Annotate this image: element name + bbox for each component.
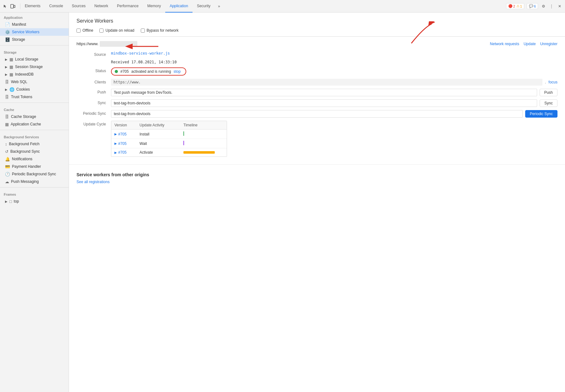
sidebar-item-background-fetch[interactable]: ↕ Background Fetch [0, 140, 69, 148]
uc-activity-activate: Activate [140, 150, 183, 155]
close-icon[interactable]: ✕ [557, 3, 562, 9]
toolbar-icon-group [3, 3, 20, 9]
sidebar-item-push-messaging[interactable]: ☁ Push Messaging [0, 178, 69, 185]
settings-icon[interactable]: ⚙ [541, 3, 546, 9]
sidebar-item-storage-main[interactable]: 🗄️ Storage [0, 36, 69, 43]
sidebar-item-service-workers[interactable]: ⚙️ Service Workers [0, 28, 69, 36]
indexeddb-icon: ▦ [9, 72, 13, 77]
sidebar-item-indexeddb[interactable]: ▶ ▦ IndexedDB [0, 71, 69, 78]
devtools-toolbar: Elements Console Sources Network Perform… [0, 0, 565, 13]
sidebar-item-application-cache[interactable]: ▦ Application Cache [0, 120, 69, 128]
timeline-dot-purple [183, 141, 184, 145]
status-dot-green [115, 70, 118, 73]
sidebar-item-top-frame[interactable]: ▶ □ top [0, 198, 69, 205]
network-requests-link[interactable]: Network requests [490, 42, 519, 46]
tab-elements[interactable]: Elements [20, 0, 45, 13]
sw-entry: https://www. Network requests Update Unr… [69, 37, 565, 165]
sync-button[interactable]: Sync [540, 99, 557, 107]
sidebar-item-session-storage[interactable]: ▶ ▦ Session Storage [0, 63, 69, 71]
sync-text-input[interactable] [111, 99, 537, 107]
source-file-link[interactable]: mindbox-services-worker.js [111, 51, 170, 56]
push-button[interactable]: Push [540, 89, 557, 96]
info-badge-group[interactable]: 💬 6 [527, 3, 538, 9]
periodic-sync-input-row: Periodic Sync [111, 110, 557, 118]
offline-checkbox[interactable] [77, 29, 81, 33]
tab-security[interactable]: Security [193, 0, 215, 13]
svg-rect-0 [11, 4, 13, 8]
uc-version-705-install[interactable]: ▶ #705 [114, 132, 140, 136]
push-label: Push [77, 89, 111, 94]
uc-version-705-wait[interactable]: ▶ #705 [114, 141, 140, 146]
update-on-reload-checkbox-label[interactable]: Update on reload [99, 28, 134, 33]
toolbar-right-actions: 🔴 2 ⚠ 1 💬 6 ⚙ ⋮ ✕ [506, 3, 562, 9]
periodic-sync-text-input[interactable] [111, 110, 523, 118]
timeline-bar-orange [183, 151, 215, 154]
sidebar-item-background-sync[interactable]: ↺ Background Sync [0, 148, 69, 155]
sync-value: Sync [111, 99, 557, 107]
warning-badge: ⚠ 1 [516, 4, 522, 8]
clients-row-inner: . focus [111, 79, 557, 86]
tab-sources[interactable]: Sources [67, 0, 90, 13]
sidebar-item-notifications[interactable]: 🔔 Notifications [0, 155, 69, 163]
cookies-icon: 🌐 [9, 87, 14, 92]
sidebar-item-cookies[interactable]: ▶ 🌐 Cookies [0, 86, 69, 93]
sidebar: Application 📄 Manifest ⚙️ Service Worker… [0, 13, 69, 392]
more-tabs-button[interactable]: » [215, 0, 223, 13]
bg-section-label: Background Services [0, 132, 69, 140]
uc-timeline-install [183, 131, 224, 137]
sidebar-item-periodic-bg-sync[interactable]: 🕐 Periodic Background Sync [0, 170, 69, 178]
update-link[interactable]: Update [524, 42, 536, 46]
push-text-input[interactable] [111, 89, 537, 96]
payment-handler-icon: 💳 [5, 164, 10, 169]
sidebar-item-manifest[interactable]: 📄 Manifest [0, 21, 69, 28]
cursor-icon[interactable] [3, 3, 8, 9]
received-value: Received 17.08.2021, 14:33:10 [111, 60, 557, 64]
device-toggle-icon[interactable] [10, 3, 16, 9]
update-cycle-table: Version Update Activity Timeline ▶ #705 … [111, 121, 227, 157]
sync-label: Sync [77, 99, 111, 105]
more-options-icon[interactable]: ⋮ [549, 3, 554, 9]
status-label: Status [77, 67, 111, 73]
sync-input-row: Sync [111, 99, 557, 107]
unregister-link[interactable]: Unregister [540, 42, 557, 46]
update-cycle-header: Version Update Activity Timeline [111, 121, 227, 130]
sidebar-item-cache-storage[interactable]: 🗄 Cache Storage [0, 113, 69, 120]
bypass-for-network-checkbox[interactable] [141, 29, 145, 33]
offline-checkbox-label[interactable]: Offline [77, 28, 93, 33]
uc-version-705-activate[interactable]: ▶ #705 [114, 150, 140, 155]
tab-network[interactable]: Network [90, 0, 113, 13]
tab-performance[interactable]: Performance [113, 0, 143, 13]
checkboxes-row: Offline Update on reload Bypass for netw… [77, 28, 557, 33]
error-warning-badge[interactable]: 🔴 2 ⚠ 1 [506, 3, 524, 9]
local-storage-icon: ▦ [9, 57, 13, 62]
periodic-bg-sync-icon: 🕐 [5, 172, 10, 177]
sidebar-item-local-storage[interactable]: ▶ ▦ Local Storage [0, 56, 69, 63]
manifest-icon: 📄 [5, 22, 10, 27]
clients-url-input[interactable] [111, 79, 542, 86]
periodic-sync-button[interactable]: Periodic Sync [525, 110, 557, 118]
cache-section-label: Cache [0, 105, 69, 113]
see-all-registrations-link[interactable]: See all registrations [77, 180, 109, 184]
sw-url-row: https://www. Network requests Update Unr… [77, 41, 557, 47]
sidebar-item-payment-handler[interactable]: 💳 Payment Handler [0, 163, 69, 170]
stop-link[interactable]: stop [173, 69, 181, 74]
tab-application[interactable]: Application [165, 0, 193, 13]
sidebar-item-web-sql[interactable]: 🗄 Web SQL [0, 78, 69, 86]
tab-memory[interactable]: Memory [143, 0, 165, 13]
source-value: mindbox-services-worker.js [111, 51, 557, 56]
uc-row-install: ▶ #705 Install [111, 130, 227, 139]
push-value: Push [111, 89, 557, 96]
bypass-for-network-checkbox-label[interactable]: Bypass for network [141, 28, 179, 33]
frames-section-label: Frames [0, 189, 69, 198]
update-on-reload-checkbox[interactable] [99, 29, 103, 33]
uc-activity-wait: Wait [140, 141, 183, 146]
source-label: Source [77, 51, 111, 57]
periodic-sync-value: Periodic Sync [111, 110, 557, 118]
tab-console[interactable]: Console [45, 0, 67, 13]
focus-link[interactable]: focus [548, 80, 557, 84]
expand-705-install: ▶ [114, 132, 117, 136]
sw-url-text: https://www. [77, 41, 137, 46]
uc-header-version: Version [114, 123, 140, 127]
divider-3 [0, 130, 69, 130]
sidebar-item-trust-tokens[interactable]: 🗄 Trust Tokens [0, 93, 69, 101]
